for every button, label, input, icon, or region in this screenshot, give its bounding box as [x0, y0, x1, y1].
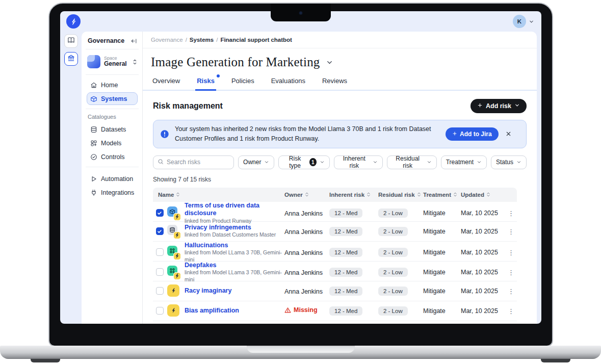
avatar[interactable]: K	[513, 15, 526, 28]
sort-icon	[417, 192, 421, 197]
chevron-down-icon	[514, 102, 520, 110]
close-icon[interactable]	[504, 129, 513, 138]
banner-text: Your system has inherited 2 new risks fr…	[175, 124, 440, 144]
filter-treatment[interactable]: Treatment	[441, 155, 487, 169]
filter-bar: Owner Risk type 1 Inherent risk	[153, 155, 527, 169]
docs-rail-button[interactable]	[64, 34, 78, 48]
chevron-down-icon	[516, 160, 521, 165]
row-checkbox[interactable]	[156, 307, 164, 315]
laptop-base-notch	[247, 346, 355, 353]
add-risk-button[interactable]: Add risk	[471, 99, 527, 113]
filter-residual-risk[interactable]: Residual risk	[387, 155, 437, 169]
table-row[interactable]: Racy imaginary Anna Jenkins 12 - Med 2 -…	[153, 281, 517, 301]
risk-name-link[interactable]: Terms of use driven data disclosure	[185, 202, 284, 218]
app-body: Governance Space General	[60, 32, 541, 324]
row-checkbox[interactable]	[156, 287, 164, 295]
breadcrumb-separator: /	[186, 37, 187, 43]
risk-updated-date: Mar, 10 2025	[461, 210, 505, 217]
risk-bolt-icon	[167, 304, 179, 317]
breadcrumb-separator: /	[216, 37, 218, 43]
col-header-updated[interactable]: Updated	[461, 192, 505, 198]
inherent-risk-badge: 12 - Med	[329, 306, 362, 316]
risk-updated-date: Mar, 10 2025	[461, 288, 505, 295]
residual-risk-badge: 2 - Low	[378, 287, 408, 296]
sidebar-item-integrations[interactable]: Integrations	[87, 186, 138, 199]
row-checkbox[interactable]	[156, 227, 164, 235]
residual-risk-badge: 2 - Low	[378, 209, 408, 218]
sidebar-item-models[interactable]: Models	[87, 137, 138, 149]
sidebar-item-home[interactable]: Home	[87, 79, 138, 91]
sidebar-title: Governance	[88, 37, 124, 44]
breadcrumb-item[interactable]: Financial support chatbot	[220, 37, 292, 43]
inherent-risk-badge: 12 - Med	[329, 268, 362, 277]
risk-bolt-icon	[173, 213, 181, 221]
search-risks-field[interactable]	[153, 155, 234, 169]
sort-icon	[176, 192, 180, 197]
table-row[interactable]: Privacy infringements linked from Datase…	[153, 222, 517, 242]
risk-name-link[interactable]: Privacy infringements	[185, 224, 284, 232]
icon-rail	[60, 32, 82, 324]
sidebar-item-systems[interactable]: Systems	[87, 92, 138, 105]
breadcrumb-item[interactable]: Systems	[190, 37, 214, 43]
risk-linked-from: linked from Model LLama 3 70B, Gemini-mi…	[185, 269, 284, 283]
residual-risk-badge: 2 - Low	[378, 268, 408, 277]
row-menu-button[interactable]: ⋮	[506, 269, 517, 276]
table-row[interactable]: Deepfakes linked from Model LLama 3 70B,…	[153, 262, 517, 281]
row-menu-button[interactable]: ⋮	[506, 210, 517, 217]
row-checkbox[interactable]	[156, 268, 164, 276]
add-to-jira-button[interactable]: Add to Jira	[446, 127, 499, 141]
inherent-risk-badge: 12 - Med	[329, 248, 362, 257]
filter-owner[interactable]: Owner	[238, 155, 274, 169]
risk-treatment: Mitigate	[423, 269, 461, 276]
title-chevron-down-icon[interactable]	[326, 59, 333, 66]
col-header-name[interactable]: Name	[153, 192, 284, 198]
governance-rail-button[interactable]	[64, 52, 78, 66]
row-menu-button[interactable]: ⋮	[506, 307, 517, 315]
catalogues-label: Catalogues	[87, 109, 138, 123]
collapse-sidebar-button[interactable]	[130, 38, 137, 44]
col-header-inherent-risk[interactable]: Inherent risk	[329, 192, 378, 198]
row-menu-button[interactable]: ⋮	[506, 249, 517, 256]
tab-overview[interactable]: Overview	[151, 75, 181, 90]
risk-name-link[interactable]: Bias amplification	[185, 307, 284, 315]
row-menu-button[interactable]: ⋮	[506, 288, 517, 295]
tab-risks[interactable]: Risks	[195, 75, 216, 91]
col-header-residual-risk[interactable]: Residual risk	[378, 192, 423, 198]
sidebar: Governance Space General	[82, 32, 143, 324]
table-row[interactable]: Bias amplification Missing 12 - Med 2 - …	[153, 301, 517, 321]
models-grid-icon	[90, 140, 97, 147]
space-selector[interactable]: Space General	[87, 49, 138, 74]
tab-evaluations[interactable]: Evaluations	[270, 75, 307, 90]
search-input[interactable]	[167, 159, 229, 166]
breadcrumb-item[interactable]: Governance	[151, 37, 183, 43]
home-icon	[90, 82, 97, 89]
col-header-treatment[interactable]: Treatment	[423, 192, 461, 198]
filter-inherent-risk[interactable]: Inherent risk	[334, 155, 383, 169]
user-menu[interactable]: K	[513, 15, 534, 28]
table-row[interactable]: Hallucinations linked from Model LLama 3…	[153, 242, 517, 262]
sidebar-item-automation[interactable]: Automation	[87, 172, 138, 185]
row-checkbox[interactable]	[156, 209, 164, 217]
filter-risk-type[interactable]: Risk type 1	[278, 155, 330, 169]
tab-reviews[interactable]: Reviews	[321, 75, 349, 90]
sidebar-item-datasets[interactable]: Datasets	[87, 123, 138, 136]
section-title: Risk management	[153, 101, 223, 111]
risk-name-link[interactable]: Hallucinations	[185, 242, 284, 250]
sidebar-item-controls[interactable]: Controls	[87, 150, 138, 163]
risk-owner: Anna Jenkins	[284, 249, 323, 256]
table-row[interactable]: Terms of use driven data disclosure link…	[153, 202, 517, 222]
row-checkbox[interactable]	[156, 248, 164, 256]
main-content: Governance / Systems / Financial support…	[143, 32, 537, 324]
residual-risk-badge: 2 - Low	[378, 227, 408, 236]
filter-status[interactable]: Status	[491, 155, 527, 169]
tab-policies[interactable]: Policies	[230, 75, 256, 90]
col-header-owner[interactable]: Owner	[284, 192, 329, 198]
app-logo-icon[interactable]	[66, 14, 81, 29]
risk-table-body: Terms of use driven data disclosure link…	[153, 202, 517, 321]
risk-name-link[interactable]: Deepfakes	[185, 262, 284, 270]
risk-name-link[interactable]: Racy imaginary	[185, 287, 284, 295]
row-menu-button[interactable]: ⋮	[506, 228, 517, 236]
residual-risk-badge: 2 - Low	[378, 248, 408, 257]
risk-treatment: Mitigate	[423, 210, 461, 217]
chevron-down-icon	[529, 19, 534, 24]
